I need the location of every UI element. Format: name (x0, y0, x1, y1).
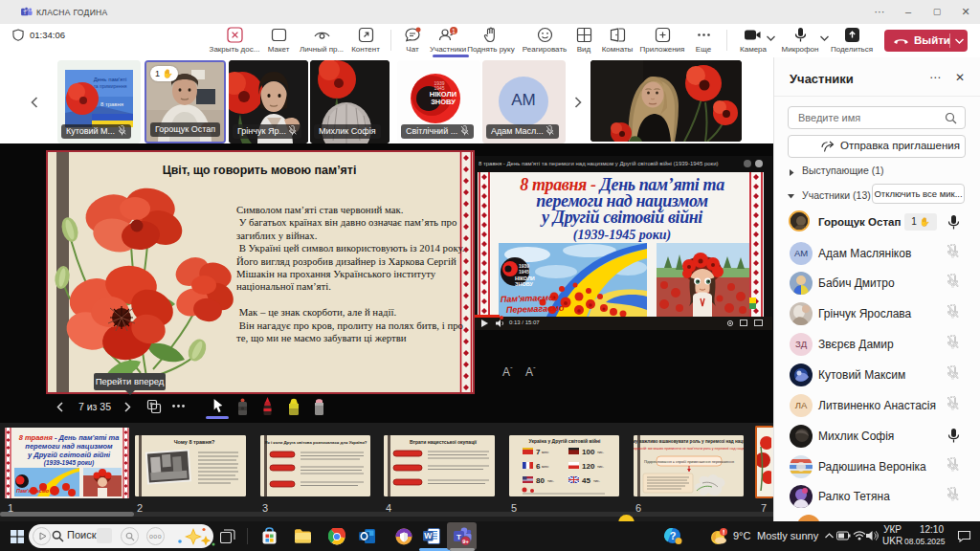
svg-text:Як і коли Друга світова розпоч: Як і коли Друга світова розпочалася для … (265, 440, 368, 445)
svg-text:Підкреслювання є спробі примен: Підкреслювання є спробі применшення пере… (644, 460, 734, 464)
svg-text:120: 120 (582, 462, 595, 471)
svg-text:Пам'ятаємо: Пам'ятаємо (16, 488, 50, 494)
svg-text:ЗНОВУ: ЗНОВУ (515, 281, 533, 287)
svg-text:День пам'яті: День пам'яті (94, 77, 127, 82)
svg-text:6: 6 (536, 462, 541, 471)
svg-text:45: 45 (582, 476, 590, 485)
svg-text:8 травня - День пам'яті та: 8 травня - День пам'яті та (19, 433, 120, 442)
svg-text:1945: 1945 (434, 85, 444, 91)
svg-text:перемоги над нацизмом: перемоги над нацизмом (25, 442, 113, 451)
svg-text:100: 100 (582, 448, 595, 456)
svg-text:Перемагаємо: Перемагаємо (506, 303, 565, 315)
svg-text:W: W (424, 531, 433, 540)
svg-text:T: T (457, 533, 461, 541)
svg-text:Чому важливо вшановувати роль: Чому важливо вшановувати роль у перемозі… (634, 439, 744, 444)
svg-text:Україна у Другій світовій війн: Україна у Другій світовій війні (529, 438, 601, 444)
svg-text:ЗНОВУ: ЗНОВУ (431, 98, 456, 106)
svg-text:1: 1 (452, 28, 456, 34)
svg-text:Втрати нацистської окупації: Втрати нацистської окупації (410, 439, 478, 445)
svg-text:80: 80 (536, 476, 545, 485)
svg-text:Пам'ятаємо: Пам'ятаємо (501, 293, 555, 304)
svg-text:8 травня: 8 травня (100, 101, 123, 107)
svg-text:у Другій світовій війні: у Другій світовій війні (27, 451, 111, 459)
svg-text:1945: 1945 (519, 269, 529, 275)
svg-text:(1939-1945 роки): (1939-1945 роки) (44, 459, 94, 467)
svg-text:тис.: тис. (597, 464, 604, 469)
svg-text:тис.: тис. (593, 478, 600, 483)
svg-text:9+: 9+ (462, 539, 469, 544)
svg-text:млн: млн (542, 450, 548, 454)
svg-text:млн: млн (542, 464, 548, 469)
svg-text:тис.: тис. (547, 478, 554, 483)
svg-text:Історичній: ми маємо припиняти: Історичній: ми маємо припиняти не пам'ят… (634, 447, 744, 451)
svg-text:та примирення: та примирення (94, 83, 127, 89)
svg-text:тис.: тис. (597, 450, 604, 454)
svg-text:Чому 8 травня?: Чому 8 травня? (174, 439, 215, 445)
svg-text:7: 7 (536, 448, 541, 456)
